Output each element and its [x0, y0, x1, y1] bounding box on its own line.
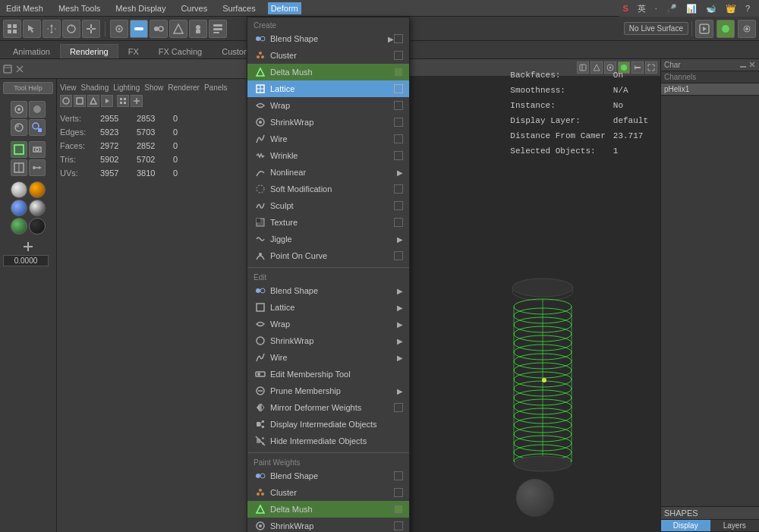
- toolbar-btn-8[interactable]: [189, 20, 207, 38]
- menu-mesh-display[interactable]: Mesh Display: [112, 2, 168, 14]
- menu-item-blend-shape-edit[interactable]: Blend Shape ▶: [247, 282, 409, 299]
- menu-item-wrinkle-create[interactable]: Wrinkle: [247, 147, 409, 164]
- menu-deform[interactable]: Deform: [268, 2, 301, 14]
- tool-icon-light[interactable]: [11, 119, 27, 136]
- menu-item-blend-shape-paint[interactable]: Blend Shape: [247, 467, 409, 484]
- swatch-4[interactable]: [29, 200, 46, 216]
- numeric-input[interactable]: [3, 255, 49, 266]
- toolbar-btn-1[interactable]: [3, 20, 21, 38]
- tab-rendering[interactable]: Rendering: [60, 44, 118, 58]
- toolbar-btn-6[interactable]: [150, 20, 168, 38]
- menu-item-wire-create[interactable]: Wire: [247, 131, 409, 147]
- tab-fx-caching[interactable]: FX Caching: [149, 44, 212, 58]
- 3d-object-container: [497, 272, 588, 486]
- menu-item-lattice-edit[interactable]: Lattice ▶: [247, 299, 409, 316]
- toolbar-btn-7[interactable]: [169, 20, 187, 38]
- mini-btn-1[interactable]: [60, 95, 72, 107]
- toolbar-render-1[interactable]: [695, 20, 713, 38]
- svg-marker-136: [261, 404, 264, 411]
- tool-icon-view[interactable]: [11, 101, 27, 118]
- toolbar-btn-rotate[interactable]: [62, 20, 80, 38]
- sys-icon-chart: 📊: [683, 2, 700, 15]
- swatch-6[interactable]: [29, 218, 46, 235]
- menu-item-wrap-edit[interactable]: Wrap ▶: [247, 316, 409, 332]
- menu-item-nonlinear-create[interactable]: Nonlinear ▶: [247, 164, 409, 181]
- shading-menu[interactable]: Shading: [81, 83, 109, 92]
- tool-icon-cam[interactable]: [29, 141, 46, 158]
- lighting-menu[interactable]: Lighting: [113, 83, 140, 92]
- menu-curves[interactable]: Curves: [178, 2, 210, 14]
- toolbar-btn-select[interactable]: [23, 20, 41, 38]
- menu-item-prune-membership[interactable]: Prune Membership ▶: [247, 382, 409, 399]
- svg-point-26: [745, 27, 748, 30]
- toolbar-render-2[interactable]: [716, 20, 735, 38]
- display-tab[interactable]: Display: [661, 520, 710, 532]
- mini-btn-3[interactable]: [87, 95, 99, 107]
- mini-btn-4[interactable]: [117, 95, 129, 107]
- live-surface-btn[interactable]: No Live Surface: [624, 22, 688, 35]
- menu-item-mirror-deformer[interactable]: Mirror Deformer Weights: [247, 399, 409, 416]
- edit-shrinkwrap-icon: [254, 335, 267, 346]
- tab-animation[interactable]: Animation: [3, 44, 60, 58]
- panel-close-icon2[interactable]: [748, 61, 756, 68]
- info-distance: Distance From Camer 23.717: [507, 129, 651, 143]
- toolbar-btn-9[interactable]: [209, 20, 227, 38]
- swatch-3[interactable]: [11, 200, 27, 216]
- panel-close-icon[interactable]: [15, 65, 24, 74]
- toolbar-btn-snap[interactable]: [110, 20, 128, 38]
- tool-icon-shade[interactable]: [29, 101, 46, 118]
- mini-btn-5[interactable]: [131, 95, 143, 107]
- menu-item-soft-mod-create[interactable]: Soft Modification: [247, 181, 409, 197]
- edit-shrinkwrap-arrow: ▶: [397, 337, 403, 345]
- show-menu[interactable]: Show: [144, 83, 163, 92]
- mini-btn-2[interactable]: [74, 95, 86, 107]
- menu-item-cluster-create[interactable]: Cluster: [247, 47, 409, 64]
- menu-item-point-on-curve-create[interactable]: Point On Curve: [247, 247, 409, 264]
- toolbar-settings[interactable]: [738, 20, 756, 38]
- sculpt-label: Sculpt: [270, 201, 394, 210]
- menu-item-hide-intermediate[interactable]: Hide Intermediate Objects: [247, 433, 409, 449]
- menu-item-cluster-paint[interactable]: Cluster: [247, 484, 409, 501]
- swatch-1[interactable]: [11, 181, 27, 198]
- mirror-icon: [254, 402, 267, 413]
- mini-btn-play[interactable]: [101, 95, 113, 107]
- menu-item-jiggle-create[interactable]: Jiggle ▶: [247, 231, 409, 247]
- menu-item-lattice-create[interactable]: Lattice: [247, 80, 409, 97]
- tool-icon-wire[interactable]: [11, 141, 27, 158]
- panel-minimize-icon[interactable]: [739, 61, 747, 68]
- create-label: Create: [247, 19, 409, 30]
- menu-item-sculpt-create[interactable]: Sculpt: [247, 197, 409, 214]
- panels-menu[interactable]: Panels: [204, 83, 228, 92]
- menu-mesh-tools[interactable]: Mesh Tools: [55, 2, 103, 14]
- swatch-5[interactable]: [11, 218, 27, 235]
- view-menu[interactable]: View: [60, 83, 77, 92]
- hide-intermediate-label: Hide Intermediate Objects: [270, 436, 403, 445]
- svg-rect-48: [77, 98, 83, 104]
- menu-surfaces[interactable]: Surfaces: [219, 2, 258, 14]
- menu-item-texture-create[interactable]: Texture: [247, 214, 409, 231]
- menu-item-wire-edit[interactable]: Wire ▶: [247, 349, 409, 366]
- toolbar-btn-scale[interactable]: [82, 20, 100, 38]
- toolbar-btn-move[interactable]: [43, 20, 61, 38]
- menu-item-shrinkwrap-create[interactable]: ShrinkWrap: [247, 114, 409, 131]
- tool-icon-4[interactable]: [29, 159, 46, 176]
- tool-icon-paint[interactable]: [29, 119, 46, 136]
- menu-item-shrinkwrap-paint[interactable]: ShrinkWrap: [247, 518, 409, 532]
- panel-expand-icon[interactable]: [3, 65, 12, 74]
- swatch-2[interactable]: [29, 181, 46, 198]
- menu-item-delta-mush-create[interactable]: Delta Mush: [247, 64, 409, 80]
- menu-item-display-intermediate[interactable]: Display Intermediate Objects: [247, 416, 409, 433]
- menu-item-wrap-create[interactable]: Wrap: [247, 97, 409, 114]
- tab-fx[interactable]: FX: [118, 44, 149, 58]
- menu-edit-mesh[interactable]: Edit Mesh: [3, 2, 46, 14]
- menu-item-edit-membership-tool[interactable]: Edit Membership Tool: [247, 366, 409, 382]
- tool-icon-3[interactable]: [11, 159, 27, 176]
- renderer-menu[interactable]: Renderer: [168, 83, 200, 92]
- menu-item-delta-mush-paint[interactable]: Delta Mush: [247, 501, 409, 518]
- toolbar-btn-5[interactable]: [130, 20, 148, 38]
- menu-item-shrinkwrap-edit[interactable]: ShrinkWrap ▶: [247, 332, 409, 349]
- paint-blend-shape-label: Blend Shape: [270, 471, 394, 480]
- layers-tab[interactable]: Layers: [710, 520, 760, 532]
- menu-item-blend-shape-create[interactable]: Blend Shape ▶: [247, 30, 409, 47]
- tool-help-btn[interactable]: Tool Help: [3, 82, 53, 94]
